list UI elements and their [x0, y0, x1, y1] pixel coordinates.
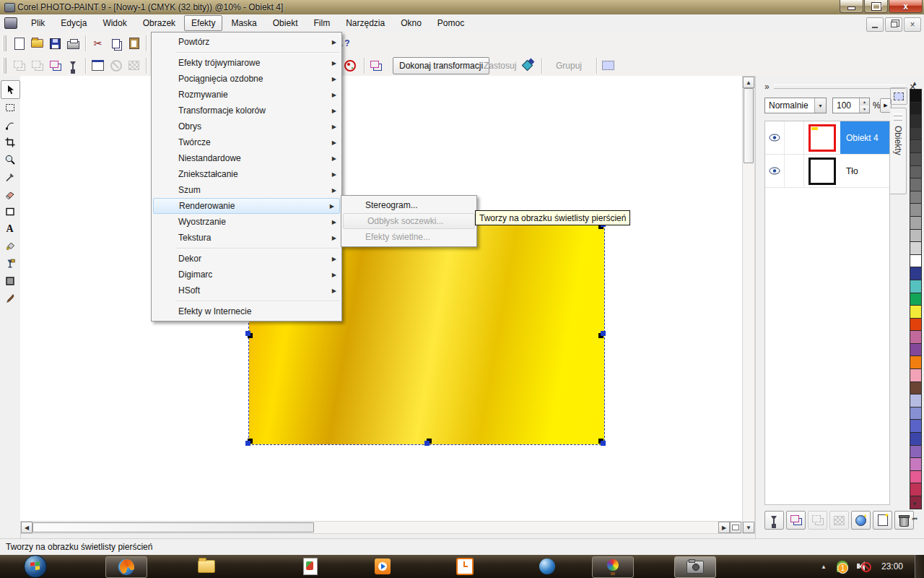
menu-item-szum[interactable]: Szum▶ — [152, 182, 341, 198]
palette-swatch[interactable] — [910, 305, 922, 319]
navigator-button[interactable] — [730, 522, 741, 533]
menu-item-digimarc[interactable]: Digimarc▶ — [152, 267, 341, 282]
handle-bottom-left[interactable] — [245, 441, 250, 446]
scroll-left-button[interactable]: ◀ — [21, 522, 32, 533]
palette-swatch[interactable] — [910, 127, 922, 141]
object-marquee-button[interactable] — [599, 57, 617, 74]
lock-transparency-button[interactable] — [64, 57, 82, 74]
object-row-obiekt4[interactable]: Obiekt 4 — [765, 121, 889, 155]
menu-obrazek[interactable]: Obrazek — [136, 15, 183, 31]
menu-obiekt[interactable]: Obiekt — [266, 15, 305, 31]
palette-swatch[interactable] — [910, 203, 922, 217]
palette-swatch[interactable] — [910, 191, 922, 204]
open-button[interactable] — [28, 35, 46, 52]
background-thumbnail[interactable] — [808, 158, 836, 185]
paste-button[interactable] — [125, 35, 143, 52]
menu-widok[interactable]: Widok — [95, 15, 134, 31]
child-close-button[interactable]: × — [904, 17, 921, 32]
visibility-cell[interactable] — [765, 155, 785, 187]
palette-swatch[interactable] — [910, 178, 922, 191]
horizontal-scrollbar[interactable]: ◀ ▶ — [20, 521, 741, 534]
eyedropper-tool[interactable] — [1, 168, 19, 186]
palette-swatch[interactable] — [910, 241, 922, 255]
palette-swatch[interactable] — [910, 229, 922, 243]
menu-film[interactable]: Film — [306, 15, 337, 31]
fill-tool[interactable] — [1, 238, 19, 255]
menu-item-dekor[interactable]: Dekor▶ — [152, 251, 341, 267]
palette-swatch[interactable] — [910, 432, 922, 446]
submenu-item-odblysk-soczewki[interactable]: Odbłysk soczewki... — [343, 213, 475, 229]
menu-item-tekstura[interactable]: Tekstura▶ — [152, 230, 341, 246]
zoom-tool[interactable] — [1, 151, 19, 168]
menu-item-powtorz[interactable]: Powtórz▶ — [152, 34, 341, 50]
submenu-item-stereogram[interactable]: Stereogram... — [341, 197, 476, 213]
taskbar-explorer-button[interactable] — [193, 556, 219, 577]
copy-button[interactable] — [107, 35, 125, 52]
opacity-spinner[interactable]: 100 ▲ ▼ — [832, 98, 870, 113]
palette-start-button[interactable]: ⏮ — [909, 514, 920, 525]
handle-bottom-right[interactable] — [601, 441, 606, 446]
vscroll-thumb[interactable] — [744, 88, 754, 163]
object-label[interactable]: Tło — [840, 155, 889, 187]
menu-okno[interactable]: Okno — [393, 15, 429, 31]
toolbar-drag-handle[interactable] — [2, 58, 6, 74]
transform-mode-button[interactable] — [46, 57, 64, 74]
object-row-tlo[interactable]: Tło — [765, 155, 889, 188]
group-button[interactable] — [808, 511, 827, 530]
palette-swatch[interactable] — [910, 165, 922, 179]
palette-swatch[interactable] — [910, 152, 922, 166]
palette-swatch[interactable] — [910, 394, 922, 407]
disable-mask-button[interactable] — [107, 57, 125, 74]
save-button[interactable] — [46, 35, 64, 52]
scroll-up-button[interactable]: ▲ — [743, 77, 754, 88]
menu-item-efekty-w-internecie[interactable]: Efekty w Internecie — [152, 303, 341, 319]
palette-swatch[interactable] — [910, 457, 922, 471]
menu-item-wyostrzanie[interactable]: Wyostrzanie▶ — [152, 214, 341, 230]
palette-swatch[interactable] — [910, 355, 922, 369]
menu-efekty[interactable]: Efekty — [184, 15, 222, 31]
object-position-button[interactable] — [367, 57, 385, 74]
taskbar-media-player-button[interactable] — [370, 556, 396, 577]
menu-item-rozmywanie[interactable]: Rozmywanie▶ — [152, 87, 341, 103]
menu-pomoc[interactable]: Pomoc — [430, 15, 471, 31]
handle-mid-right[interactable] — [601, 331, 606, 336]
clip-mask-button[interactable] — [890, 87, 907, 105]
taskbar-google-earth-button[interactable] — [534, 556, 560, 577]
lens-button[interactable] — [341, 57, 359, 74]
palette-swatch[interactable] — [910, 381, 922, 395]
palette-scroll-up-button[interactable]: ▲ — [909, 78, 920, 88]
docker-collapse-icon[interactable]: » — [764, 82, 770, 92]
palette-swatch[interactable] — [910, 419, 922, 433]
scroll-down-button[interactable]: ▼ — [743, 522, 754, 533]
palette-swatch[interactable] — [910, 114, 922, 128]
menu-item-obrys[interactable]: Obrys▶ — [152, 118, 341, 134]
vertical-scrollbar[interactable]: ▲ ▼ — [742, 76, 755, 534]
color-swatch-tool[interactable] — [1, 272, 19, 290]
lock-transparency-button[interactable] — [764, 511, 784, 530]
palette-swatch[interactable] — [910, 280, 922, 293]
menu-item-transformacje-kolorow[interactable]: Transformacje kolorów▶ — [152, 103, 341, 118]
eraser-tool[interactable] — [1, 186, 19, 203]
visibility-cell[interactable] — [765, 121, 785, 154]
object-label[interactable]: Obiekt 4 — [840, 121, 889, 154]
menu-maska[interactable]: Maska — [224, 15, 263, 31]
volume-muted-icon[interactable] — [857, 561, 871, 572]
child-minimize-button[interactable] — [866, 17, 884, 32]
taskbar-coreldraw-button[interactable] — [592, 556, 634, 578]
tab-obiekty[interactable]: Obiekty — [890, 108, 907, 194]
pick-tool[interactable] — [1, 80, 20, 99]
menu-item-znieksztalcanie[interactable]: Zniekształcanie▶ — [152, 166, 341, 182]
palette-swatch[interactable] — [910, 330, 922, 344]
text-tool[interactable]: A — [1, 220, 19, 238]
palette-swatch[interactable] — [910, 293, 922, 306]
palette-swatch[interactable] — [910, 445, 922, 459]
palette-swatch[interactable] — [910, 343, 922, 357]
update-notifier-icon[interactable] — [837, 561, 848, 572]
invert-mask-button[interactable] — [125, 57, 143, 74]
palette-swatch[interactable] — [910, 483, 922, 496]
palette-swatch[interactable] — [910, 216, 922, 230]
transparency-tool[interactable] — [1, 255, 19, 272]
submenu-item-efekty-swietlne[interactable]: Efekty świetlne... — [341, 229, 476, 245]
palette-swatch[interactable] — [910, 318, 922, 332]
menu-narzedzia[interactable]: Narzędzia — [339, 15, 392, 31]
